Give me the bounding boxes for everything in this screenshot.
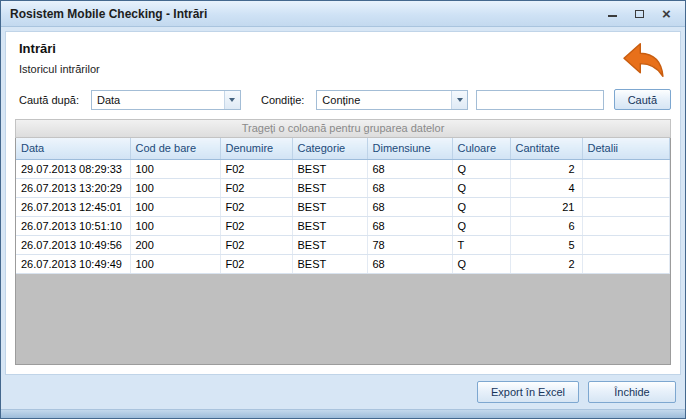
table-row[interactable]: 26.07.2013 10:49:49100F02BEST68Q2 <box>16 254 670 273</box>
dropdown-button[interactable] <box>451 91 467 109</box>
column-header-cantitate[interactable]: Cantitate <box>510 138 582 159</box>
cell-detalii[interactable] <box>582 254 670 273</box>
chevron-down-icon <box>457 98 463 102</box>
condition-label: Condiție: <box>261 94 304 106</box>
dropdown-button[interactable] <box>224 91 240 109</box>
cell-culoare[interactable]: Q <box>452 197 510 216</box>
cell-culoare[interactable]: Q <box>452 254 510 273</box>
table-row[interactable]: 26.07.2013 10:49:56200F02BEST78T5 <box>16 235 670 254</box>
search-by-dropdown[interactable]: Data <box>91 90 241 110</box>
cell-cod-de-bare[interactable]: 100 <box>130 178 220 197</box>
cell-cod-de-bare[interactable]: 100 <box>130 159 220 178</box>
search-toolbar: Caută după: Data Condiție: Conține Caută <box>6 79 680 117</box>
cell-denumire[interactable]: F02 <box>220 254 292 273</box>
cell-denumire[interactable]: F02 <box>220 235 292 254</box>
search-button[interactable]: Caută <box>614 89 671 110</box>
condition-value: Conține <box>322 94 451 106</box>
grid-header-row: DataCod de bareDenumireCategorieDimensiu… <box>16 138 670 159</box>
condition-dropdown[interactable]: Conține <box>316 90 468 110</box>
table-row[interactable]: 26.07.2013 13:20:29100F02BEST68Q4 <box>16 178 670 197</box>
cell-dimensiune[interactable]: 68 <box>367 216 452 235</box>
cell-data[interactable]: 26.07.2013 12:45:01 <box>16 197 130 216</box>
column-header-dimensiune[interactable]: Dimensiune <box>367 138 452 159</box>
column-header-denumire[interactable]: Denumire <box>220 138 292 159</box>
cell-categorie[interactable]: BEST <box>292 159 367 178</box>
search-query-input[interactable] <box>476 90 603 110</box>
cell-cod-de-bare[interactable]: 100 <box>130 197 220 216</box>
cell-data[interactable]: 29.07.2013 08:29:33 <box>16 159 130 178</box>
cell-denumire[interactable]: F02 <box>220 197 292 216</box>
restore-icon <box>635 10 644 18</box>
cell-categorie[interactable]: BEST <box>292 254 367 273</box>
close-icon: × <box>662 6 671 21</box>
minimize-button[interactable] <box>604 6 621 21</box>
cell-denumire[interactable]: F02 <box>220 178 292 197</box>
cell-cantitate[interactable]: 5 <box>510 235 582 254</box>
cell-detalii[interactable] <box>582 178 670 197</box>
cell-denumire[interactable]: F02 <box>220 159 292 178</box>
cell-cantitate[interactable]: 2 <box>510 254 582 273</box>
close-dialog-button[interactable]: Închide <box>588 381 676 403</box>
cell-data[interactable]: 26.07.2013 10:49:49 <box>16 254 130 273</box>
cell-dimensiune[interactable]: 68 <box>367 197 452 216</box>
cell-detalii[interactable] <box>582 235 670 254</box>
grid-body: 29.07.2013 08:29:33100F02BEST68Q226.07.2… <box>16 159 670 273</box>
window-controls: × <box>604 6 679 21</box>
page-title: Intrări <box>19 41 668 56</box>
group-by-bar[interactable]: Trageți o coloană pentru gruparea datelo… <box>15 119 671 138</box>
data-grid: DataCod de bareDenumireCategorieDimensiu… <box>15 138 671 365</box>
cell-cod-de-bare[interactable]: 200 <box>130 235 220 254</box>
chevron-down-icon <box>229 98 235 102</box>
cell-cantitate[interactable]: 6 <box>510 216 582 235</box>
cell-detalii[interactable] <box>582 159 670 178</box>
cell-cantitate[interactable]: 2 <box>510 159 582 178</box>
window-title: Rosistem Mobile Checking - Intrări <box>10 7 604 21</box>
cell-data[interactable]: 26.07.2013 10:49:56 <box>16 235 130 254</box>
column-header-data[interactable]: Data <box>16 138 130 159</box>
page-subtitle: Istoricul intrărilor <box>19 63 668 75</box>
cell-culoare[interactable]: T <box>452 235 510 254</box>
cell-dimensiune[interactable]: 68 <box>367 254 452 273</box>
column-header-categorie[interactable]: Categorie <box>292 138 367 159</box>
cell-culoare[interactable]: Q <box>452 216 510 235</box>
export-excel-button[interactable]: Export în Excel <box>477 381 579 403</box>
restore-button[interactable] <box>631 6 648 21</box>
window-bottom-edge <box>1 409 685 418</box>
cell-dimensiune[interactable]: 68 <box>367 159 452 178</box>
table-row[interactable]: 26.07.2013 12:45:01100F02BEST68Q21 <box>16 197 670 216</box>
cell-categorie[interactable]: BEST <box>292 216 367 235</box>
cell-cantitate[interactable]: 4 <box>510 178 582 197</box>
panel-header: Intrări Istoricul intrărilor <box>6 32 680 79</box>
cell-data[interactable]: 26.07.2013 10:51:10 <box>16 216 130 235</box>
cell-denumire[interactable]: F02 <box>220 216 292 235</box>
cell-data[interactable]: 26.07.2013 13:20:29 <box>16 178 130 197</box>
search-by-value: Data <box>97 94 224 106</box>
cell-cod-de-bare[interactable]: 100 <box>130 254 220 273</box>
cell-categorie[interactable]: BEST <box>292 178 367 197</box>
footer-bar: Export în Excel Închide <box>1 375 685 409</box>
search-by-label: Caută după: <box>19 94 79 106</box>
minimize-icon <box>608 15 617 17</box>
cell-dimensiune[interactable]: 68 <box>367 178 452 197</box>
cell-dimensiune[interactable]: 78 <box>367 235 452 254</box>
main-panel: Intrări Istoricul intrărilor Caută după:… <box>5 31 681 375</box>
dialog-window: Rosistem Mobile Checking - Intrări × Int… <box>0 0 686 419</box>
cell-culoare[interactable]: Q <box>452 159 510 178</box>
title-bar: Rosistem Mobile Checking - Intrări × <box>1 1 685 27</box>
back-arrow-icon <box>621 41 665 79</box>
cell-cod-de-bare[interactable]: 100 <box>130 216 220 235</box>
table-row[interactable]: 26.07.2013 10:51:10100F02BEST68Q6 <box>16 216 670 235</box>
column-header-cod-de-bare[interactable]: Cod de bare <box>130 138 220 159</box>
table-row[interactable]: 29.07.2013 08:29:33100F02BEST68Q2 <box>16 159 670 178</box>
cell-culoare[interactable]: Q <box>452 178 510 197</box>
grid-table: DataCod de bareDenumireCategorieDimensiu… <box>16 138 670 274</box>
cell-categorie[interactable]: BEST <box>292 197 367 216</box>
back-button[interactable] <box>620 40 666 80</box>
column-header-culoare[interactable]: Culoare <box>452 138 510 159</box>
cell-detalii[interactable] <box>582 216 670 235</box>
cell-categorie[interactable]: BEST <box>292 235 367 254</box>
column-header-detalii[interactable]: Detalii <box>582 138 670 159</box>
close-button[interactable]: × <box>658 6 675 21</box>
cell-cantitate[interactable]: 21 <box>510 197 582 216</box>
cell-detalii[interactable] <box>582 197 670 216</box>
